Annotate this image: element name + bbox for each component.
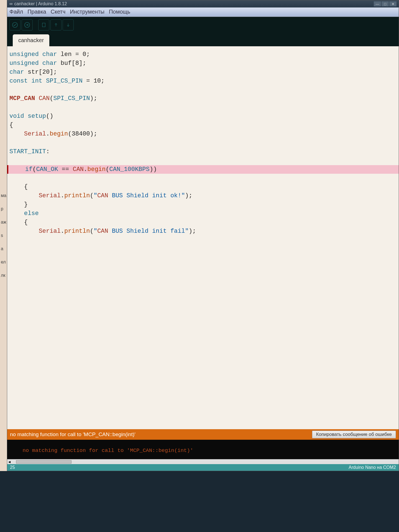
menu-sketch[interactable]: Скетч xyxy=(51,9,65,16)
verify-button[interactable] xyxy=(9,19,21,30)
window-title: canhacker | Arduino 1.8.12 xyxy=(14,1,67,6)
menu-bar: Файл Правка Скетч Инструменты Помощь xyxy=(7,7,266,17)
menu-tools[interactable]: Инструменты xyxy=(70,9,104,16)
title-bar[interactable]: ∞ canhacker | Arduino 1.8.12 — □ ✕ xyxy=(7,0,266,7)
arrow-down-icon xyxy=(66,22,71,28)
file-icon xyxy=(41,22,46,28)
app-icon: ∞ xyxy=(9,1,12,6)
menu-edit[interactable]: Правка xyxy=(27,9,46,16)
upload-button[interactable] xyxy=(22,19,33,30)
menu-help[interactable]: Помощь xyxy=(109,9,130,16)
arrow-up-icon xyxy=(53,22,58,28)
code-editor[interactable]: unsigned char len = 0; unsigned char buf… xyxy=(7,46,266,355)
svg-rect-2 xyxy=(42,23,45,27)
background-window-edge: ма р аж s а ел лк xyxy=(0,0,7,355)
save-sketch-button[interactable] xyxy=(63,19,74,30)
arrow-right-icon xyxy=(24,22,30,28)
tab-label: canhacker xyxy=(18,37,44,43)
check-icon xyxy=(12,22,18,28)
error-highlight-line: if(CAN_OK == CAN.begin(CAN_100KBPS)) xyxy=(7,165,266,174)
arduino-ide-window: ∞ canhacker | Arduino 1.8.12 — □ ✕ Файл … xyxy=(7,0,266,355)
tab-canhacker[interactable]: canhacker xyxy=(13,34,49,46)
tab-bar: canhacker xyxy=(7,33,266,46)
menu-file[interactable]: Файл xyxy=(9,9,23,16)
open-sketch-button[interactable] xyxy=(50,19,62,30)
toolbar xyxy=(7,17,266,33)
new-sketch-button[interactable] xyxy=(38,19,49,30)
